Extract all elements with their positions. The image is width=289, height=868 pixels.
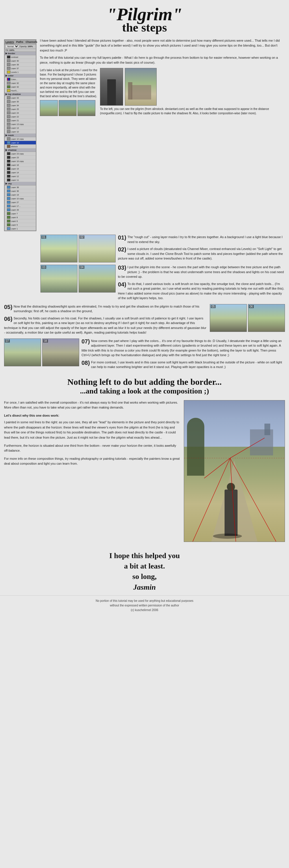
signoff-line3: so long,: [4, 571, 285, 582]
layer-allstock[interactable]: allstock: [5, 145, 36, 148]
group-shadow[interactable]: ▶ shadow: [5, 148, 36, 152]
group-sky[interactable]: ▶ sky: [5, 182, 36, 185]
step-06-block: 06) Secondly, his folds cast shadows on …: [4, 316, 208, 335]
layer-39[interactable]: Layer 39: [5, 63, 36, 66]
layer-23[interactable]: Layer 23: [5, 156, 36, 159]
bg-pics-images: [40, 100, 98, 116]
group-border[interactable]: ▶ border: [5, 52, 36, 55]
layer-13[interactable]: Layer 13: [5, 126, 36, 130]
layer-13copy[interactable]: Layer 13 copy: [5, 122, 36, 126]
layer-16copy[interactable]: Layer 16 copy: [5, 159, 36, 163]
step-06-label: 06): [4, 316, 12, 322]
copyright-line3: (c) kuschelirmel 2006: [4, 608, 285, 613]
layer-36[interactable]: Layer 36: [5, 189, 36, 193]
layer-24[interactable]: Layer 24: [5, 111, 36, 115]
layer-34[interactable]: Layer 34: [5, 103, 36, 107]
layer-42[interactable]: Layer 42: [5, 85, 36, 89]
steps-01-02-row: 01 02 01) The "rough cut" - using layer …: [40, 235, 285, 262]
bg-pics-text: Let's take a look at the pictures I used…: [40, 68, 98, 98]
intro-para2: To the left of this tutorial you can see…: [40, 55, 285, 65]
layer-16[interactable]: Layer 16: [5, 163, 36, 167]
step-02-text: I used a picture of clouds (desaturated …: [118, 247, 285, 261]
layer-38[interactable]: Layer 38: [5, 185, 36, 189]
layer-contrast[interactable]: contrast: [5, 55, 36, 59]
step-08-text: For more contrast, I use levels and in t…: [81, 360, 285, 370]
big-heading-line2: ...and taking a look at the composition …: [4, 387, 285, 396]
group-color[interactable]: ▶ color: [5, 74, 36, 78]
intro-text-area: I have been asked how I blended all thos…: [40, 38, 285, 231]
composition-red-lines: [184, 400, 285, 541]
steps-01-02-text: 01) The "rough cut" - using layer masks …: [118, 235, 285, 262]
copyright-section: No portion of this tutorial may be used …: [0, 595, 289, 617]
layer-10b[interactable]: Layer 10: [5, 141, 36, 145]
layer-27[interactable]: Layer 27: [5, 200, 36, 204]
big-heading-section: Nothing left to do but adding the border…: [0, 372, 289, 397]
layer-7[interactable]: Layer 7: [5, 212, 36, 216]
copyright-line1: No portion of this tutorial may be used …: [4, 599, 285, 603]
tab-layers[interactable]: Layers: [5, 40, 14, 43]
steps-03-04-row: 03 04 03) I put the pilgrim into the sce…: [40, 265, 285, 301]
layer-6[interactable]: Layer 6: [5, 219, 36, 223]
step-03-label: 03): [118, 265, 126, 271]
svg-line-2: [230, 458, 276, 541]
steps-07-08-images: 07 08: [4, 339, 79, 370]
layer-37[interactable]: Layer 37: [5, 66, 36, 70]
layer-32[interactable]: Layer 32: [5, 81, 36, 85]
signoff-line1: I hope this helped you: [4, 551, 285, 561]
layer-10copy[interactable]: Layer 10 copy: [5, 137, 36, 141]
step-img-02: 02: [79, 235, 116, 262]
steps-03-04-images: 03 04: [40, 265, 116, 301]
tab-channels[interactable]: Channels: [26, 40, 38, 43]
pilgrim-castle-images: [100, 68, 285, 105]
group-top-shadow[interactable]: ▶ top shadow: [5, 93, 36, 96]
step-07-text: Now comes the part where I play with the…: [81, 339, 285, 358]
layer-21[interactable]: Layer 21: [5, 119, 36, 122]
step-img-07: 07: [4, 339, 41, 366]
background-pics-row: Let's take a look at the pictures I used…: [40, 68, 285, 116]
layer-12[interactable]: Layer 12: [5, 175, 36, 178]
step-01-text: The "rough cut" - using layer masks I tr…: [118, 235, 285, 244]
signoff-section: I hope this helped you a bit at least. s…: [0, 545, 289, 596]
steps-05-06-text: 05) Now that the distracting shadows/lig…: [4, 304, 208, 335]
layer-5[interactable]: Layer 5: [5, 223, 36, 227]
layer-1[interactable]: Layer 1: [5, 227, 36, 230]
layer-15[interactable]: Layer 15: [5, 167, 36, 171]
svg-line-3: [204, 458, 230, 478]
group-mask[interactable]: ▶ mask: [5, 134, 36, 137]
layer-33[interactable]: Layer 33: [5, 96, 36, 100]
blend-mode-row: Normal Opacity: 100%: [5, 44, 36, 49]
layer-22[interactable]: Layer 22: [5, 115, 36, 119]
panel-header: Layers Paths Channels: [5, 40, 36, 44]
pilgrim-caption: To the left, you can see the pilgrim (fr…: [100, 107, 285, 116]
steps-05-06-images: 05 06: [210, 304, 285, 335]
composition-text: For once, I am satisfied with the overal…: [4, 400, 180, 542]
layer-40[interactable]: Layer 40: [5, 59, 36, 63]
comp-para1: For once, I am satisfied with the overal…: [4, 400, 180, 410]
layer-8[interactable]: Layer 8: [5, 216, 36, 219]
layer-35[interactable]: Layer 35: [5, 100, 36, 103]
step-img-03: 03: [40, 265, 77, 292]
tab-paths[interactable]: Paths: [16, 40, 24, 43]
layer-color[interactable]: Color...: [5, 78, 36, 81]
svg-line-4: [230, 438, 264, 458]
step-03-block: 03) I put the pilgrim into the scene - h…: [118, 265, 285, 279]
layer-19[interactable]: Layer 19: [5, 193, 36, 197]
layer-26[interactable]: Layer 26: [5, 208, 36, 212]
step-02-block: 02) I used a picture of clouds (desatura…: [118, 247, 285, 261]
step-05-label: 05): [4, 304, 12, 310]
layer-10copy2[interactable]: Layer 10 copy: [5, 197, 36, 200]
step-04-block: 04) To do that, I used various tools: a …: [118, 281, 285, 301]
layer-17[interactable]: Layer 17...: [5, 204, 36, 208]
step-04-label: 04): [118, 281, 126, 287]
step-img-04: 04: [79, 265, 116, 292]
blend-mode-select[interactable]: Normal: [5, 45, 19, 48]
layer-levels1[interactable]: Levels 1: [5, 70, 36, 74]
comp-para2-heading: Let's disect why this one does work:: [4, 413, 180, 418]
layer-14[interactable]: Layer 14: [5, 171, 36, 175]
layer-10a[interactable]: Layer 10: [5, 130, 36, 134]
layer-11[interactable]: Layer 11: [5, 178, 36, 182]
steps-07-08-section: 07 08 07) Now comes the part where I pla…: [0, 337, 289, 370]
layer-25[interactable]: Layer 25: [5, 107, 36, 111]
layer-23copy[interactable]: Layer 23 copy: [5, 152, 36, 156]
layer-hue[interactable]: Hue/S...: [5, 89, 36, 93]
